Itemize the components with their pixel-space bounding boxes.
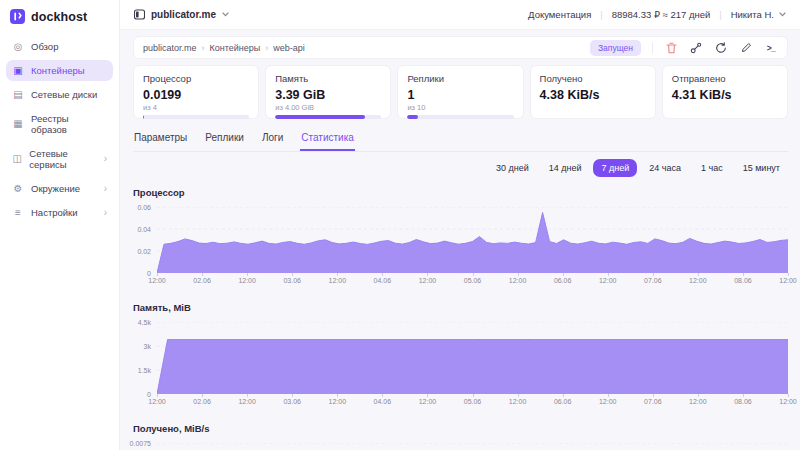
stat-card-progress-fill	[407, 115, 418, 119]
container-toolbar: publicator.me›Контейнеры›web-api Запущен	[133, 36, 788, 59]
x-axis-label: 08.06	[734, 398, 752, 405]
chart-title: Получено, MiB/s	[133, 423, 788, 434]
chart-plot: 12:0002.0612:0003.0612:0004.0612:0005.06…	[157, 207, 788, 287]
topbar-divider: |	[719, 10, 721, 20]
refresh-icon	[715, 42, 727, 54]
breadcrumb-item[interactable]: publicator.me	[143, 43, 197, 53]
tab-parameters[interactable]: Параметры	[133, 130, 188, 151]
x-axis-tick	[743, 273, 744, 276]
breadcrumb: publicator.me›Контейнеры›web-api	[143, 43, 305, 53]
dockhost-logo-icon	[10, 9, 25, 24]
x-axis-tick	[247, 273, 248, 276]
balance-label[interactable]: 88984.33 ₽ ≈ 217 дней	[612, 9, 711, 20]
chevron-right-icon: ›	[104, 208, 107, 218]
stat-card-memory: Память3.39 GiBиз 4.00 GiB	[265, 65, 391, 119]
range-button[interactable]: 7 дней	[593, 159, 637, 177]
range-button[interactable]: 30 дней	[488, 159, 537, 177]
edit-button[interactable]	[739, 41, 753, 55]
x-axis-label: 03.06	[283, 277, 301, 284]
stat-card-title: Получено	[540, 73, 646, 84]
x-axis-label: 02.06	[193, 277, 211, 284]
docs-link[interactable]: Документация	[528, 9, 591, 20]
y-axis-label: 0	[147, 270, 151, 277]
sidebar-item-settings[interactable]: ≡Настройки›	[6, 202, 113, 223]
stat-cards: Процессор0.0199из 4Память3.39 GiBиз 4.00…	[133, 65, 788, 119]
x-axis-tick	[427, 273, 428, 276]
sidebar-item-containers[interactable]: ▣Контейнеры	[6, 60, 113, 81]
environment-icon: ⚙	[12, 184, 24, 194]
tab-replicas[interactable]: Реплики	[204, 130, 245, 151]
sidebar-item-label: Контейнеры	[31, 65, 85, 76]
x-axis-tick	[157, 394, 158, 397]
chart-plot: 12:0002.0612:0003.0612:0004.0612:0005.06…	[157, 322, 788, 408]
x-axis-tick	[382, 273, 383, 276]
x-axis-label: 12:00	[689, 277, 707, 284]
trash-icon	[666, 42, 677, 54]
stat-card-value: 1	[407, 88, 513, 102]
sidebar-item-environment[interactable]: ⚙Окружение›	[6, 178, 113, 199]
containers-icon: ▣	[12, 66, 24, 76]
project-name: publicator.me	[151, 9, 216, 20]
user-name: Никита Н.	[731, 9, 774, 20]
time-range-selector: 30 дней14 дней7 дней24 часа1 час15 минут	[133, 159, 788, 177]
project-icon	[134, 9, 145, 20]
range-button[interactable]: 14 дней	[541, 159, 590, 177]
stat-card-title: Память	[275, 73, 381, 84]
tab-statistics[interactable]: Статистика	[300, 130, 355, 151]
restart-button[interactable]	[714, 41, 728, 55]
x-axis-label: 12:00	[329, 398, 347, 405]
project-selector[interactable]: publicator.me	[134, 9, 229, 20]
range-button[interactable]: 1 час	[693, 159, 731, 177]
scale-icon	[690, 42, 702, 54]
chart-plot	[157, 443, 788, 450]
chevron-right-icon: ›	[104, 154, 107, 164]
topbar-right: Документация | 88984.33 ₽ ≈ 217 дней | Н…	[528, 9, 786, 20]
x-axis-label: 04.06	[374, 398, 392, 405]
range-button[interactable]: 24 часа	[641, 159, 689, 177]
breadcrumb-item: web-api	[273, 43, 305, 53]
disks-icon: ▤	[12, 90, 24, 100]
sidebar-item-overview[interactable]: ◎Обзор	[6, 36, 113, 57]
stat-card-progress-fill	[275, 115, 365, 119]
sidebar: dockhost ◎Обзор▣Контейнеры▤Сетевые диски…	[0, 0, 120, 450]
x-axis-label: 03.06	[283, 398, 301, 405]
stat-card-subtext: из 10	[407, 103, 513, 112]
chevron-right-icon: ›	[104, 184, 107, 194]
x-axis-label: 12:00	[509, 277, 527, 284]
y-axis-label: 0.04	[137, 226, 151, 233]
breadcrumb-item[interactable]: Контейнеры	[210, 43, 261, 53]
settings-icon: ≡	[12, 208, 24, 218]
tab-logs[interactable]: Логи	[261, 130, 284, 151]
stat-card-replicas: Реплики1из 10	[397, 65, 523, 119]
x-axis-tick	[292, 273, 293, 276]
stat-card-title: Отправлено	[672, 73, 778, 84]
x-axis-tick	[202, 394, 203, 397]
sidebar-item-image-registries[interactable]: ▦Реестры образов	[6, 108, 113, 140]
terminal-button[interactable]: >_	[764, 41, 778, 55]
registries-icon: ▦	[12, 119, 24, 129]
sidebar-item-network-disks[interactable]: ▤Сетевые диски	[6, 84, 113, 105]
sidebar-item-network-services[interactable]: ◫Сетевые сервисы›	[6, 143, 113, 175]
x-axis-label: 07.06	[644, 398, 662, 405]
x-axis-tick	[563, 394, 564, 397]
chart-body: 0.0075	[133, 443, 788, 450]
x-axis-label: 12:00	[689, 398, 707, 405]
range-button[interactable]: 15 минут	[735, 159, 788, 177]
y-axis-label: 4.5k	[138, 319, 151, 326]
scale-button[interactable]	[689, 41, 703, 55]
topbar-divider: |	[600, 10, 602, 20]
main-content: publicator.me›Контейнеры›web-api Запущен	[120, 30, 800, 450]
delete-button[interactable]	[664, 41, 678, 55]
x-axis-label: 12:00	[419, 398, 437, 405]
x-axis-label: 05.06	[464, 277, 482, 284]
x-axis-label: 02.06	[193, 398, 211, 405]
stat-card-subtext: из 4.00 GiB	[275, 103, 381, 112]
breadcrumb-separator: ›	[265, 43, 268, 53]
x-axis-tick	[292, 394, 293, 397]
user-menu[interactable]: Никита Н.	[731, 9, 786, 20]
x-axis-tick	[608, 273, 609, 276]
terminal-icon: >_	[767, 43, 776, 53]
x-axis-label: 12:00	[148, 398, 166, 405]
x-axis-tick	[788, 394, 789, 397]
brand-logo[interactable]: dockhost	[0, 0, 119, 34]
